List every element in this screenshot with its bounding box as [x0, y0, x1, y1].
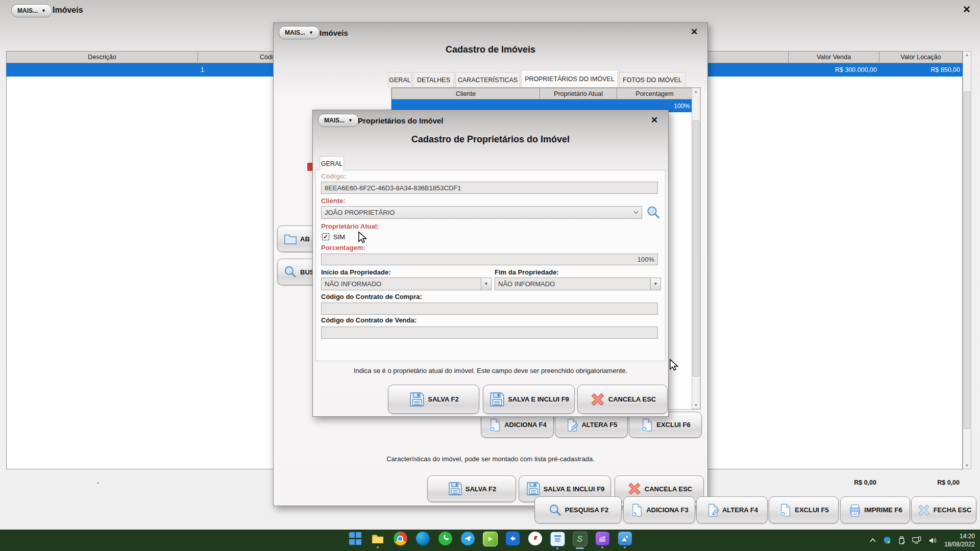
whatsapp-icon[interactable]: [438, 532, 452, 545]
salva-e-inclui-f9-button[interactable]: SALVA E INCLUI F9: [483, 385, 575, 414]
codigo-label: Código:: [321, 172, 346, 180]
scrollbar-thumb[interactable]: [964, 91, 970, 429]
document-pencil-icon: [706, 503, 720, 517]
porcentagem-field[interactable]: 100%: [321, 254, 658, 265]
dialog-title: Proprietários do Imóvel: [358, 116, 444, 125]
mais-menu-button[interactable]: MAIS... ▼: [279, 26, 320, 39]
media-app-icon[interactable]: [483, 532, 498, 546]
red-x-icon: [626, 481, 643, 497]
imprime-f6-button[interactable]: IMPRIME F6: [840, 496, 910, 523]
chrome-icon[interactable]: [394, 532, 407, 545]
exclui-f5-button[interactable]: EXCLUI F5: [769, 496, 839, 523]
col-header-descricao[interactable]: Descrição: [6, 51, 198, 63]
dropdown-button[interactable]: ▼: [481, 278, 491, 290]
chevron-down-icon: [633, 211, 639, 214]
security-app-icon[interactable]: [528, 532, 542, 545]
document-pencil-icon: [565, 418, 579, 432]
total-valor-locacao: R$ 0,00: [877, 479, 960, 486]
dropdown-button[interactable]: ▼: [650, 278, 660, 290]
contrato-compra-field[interactable]: [321, 303, 658, 315]
salva-f2-button[interactable]: SALVA F2: [388, 385, 479, 414]
check-icon: ✓: [323, 233, 328, 240]
pesquisa-f2-button[interactable]: PESQUISA F2: [534, 496, 622, 523]
video-app-icon[interactable]: [596, 532, 609, 545]
document-x-icon: [640, 418, 654, 432]
tab-proprietarios-do-imovel[interactable]: PROPRIETÁRIOS DO IMÓVEL: [521, 70, 618, 87]
file-explorer-icon[interactable]: [371, 532, 385, 545]
tab-fotos-do-imovel[interactable]: FOTOS DO IMÓVEL: [619, 72, 685, 87]
document-x-icon: [778, 503, 793, 517]
dialog-title: Imóveis: [320, 29, 348, 37]
start-icon[interactable]: [349, 532, 362, 545]
footer-dash: -: [97, 479, 99, 486]
contrato-venda-label: Código do Contrato de Venda:: [321, 316, 416, 324]
floppy-icon: [488, 391, 506, 408]
defender-shield-icon[interactable]: [883, 536, 891, 544]
taskbar-clock[interactable]: 14:20 18/08/2022: [944, 532, 975, 548]
floppy-icon: [408, 391, 426, 408]
close-dialog-button[interactable]: ✕: [691, 28, 698, 36]
scroll-down-icon[interactable]: ▼: [694, 403, 698, 408]
fim-propriedade-select[interactable]: NÃO INFORMADO ▼: [495, 278, 661, 290]
system-tray: 14:20 18/08/2022: [869, 530, 975, 551]
grid-header-cliente[interactable]: Cliente: [391, 88, 540, 99]
col-header-valor-venda[interactable]: Valor Venda: [789, 51, 879, 63]
telegram-icon[interactable]: [461, 532, 475, 545]
scroll-up-icon[interactable]: ▲: [694, 89, 698, 94]
scroll-down-icon[interactable]: ▼: [965, 463, 969, 468]
codigo-field[interactable]: 8EEA6E60-6F2C-46D3-8A34-836B1853CDF1: [321, 182, 658, 194]
contrato-compra-label: Código do Contrato de Compra:: [321, 293, 422, 300]
proprietario-atual-checkbox[interactable]: ✓: [322, 233, 329, 240]
table-scrollbar[interactable]: ▲ ▼: [963, 51, 971, 469]
inicio-propriedade-select[interactable]: NÃO INFORMADO ▼: [321, 278, 492, 290]
grid-header-proprietario-atual[interactable]: Proprietário Atual: [540, 88, 617, 99]
contrato-venda-field[interactable]: [321, 327, 658, 339]
search-icon: [548, 503, 563, 518]
usb-device-icon[interactable]: [898, 536, 905, 545]
folder-icon: [283, 231, 298, 246]
grid-header-porcentagem[interactable]: Porcentagem: [617, 88, 693, 99]
mais-label: MAIS...: [324, 117, 345, 124]
tab-caracteristicas[interactable]: CARACTERÍSTICAS: [455, 72, 520, 87]
chevron-down-icon: ▼: [484, 282, 488, 286]
printer-icon: [848, 503, 862, 517]
tab-geral[interactable]: GERAL: [320, 156, 344, 170]
clock-time: 14:20: [944, 532, 975, 540]
share-app-icon[interactable]: [506, 532, 520, 545]
blue-x-icon: [916, 503, 932, 518]
document-plus-icon: [488, 418, 502, 432]
col-header-valor-locacao[interactable]: Valor Locação: [879, 51, 963, 63]
proprietario-atual-label: Proprietário Atual:: [321, 222, 379, 230]
mais-menu-button[interactable]: MAIS... ▼: [318, 114, 359, 127]
edge-icon[interactable]: [416, 532, 430, 545]
cliente-combobox[interactable]: JOÃO PROPRIETÁRIO: [321, 206, 642, 219]
dialog-heading: Cadastro de Imóveis: [274, 44, 707, 55]
fecha-esc-button[interactable]: FECHA ESC: [911, 496, 976, 523]
erp-app-active-icon[interactable]: S: [573, 532, 587, 546]
panel-scrollbar[interactable]: ▲ ▼: [692, 88, 700, 409]
volume-icon[interactable]: [928, 537, 938, 544]
row-valor-venda: R$ 300.000,00: [789, 63, 879, 77]
red-x-icon: [589, 391, 606, 408]
cliente-search-icon[interactable]: [646, 205, 661, 220]
checkbox-label[interactable]: SIM: [333, 233, 345, 241]
cancela-esc-button[interactable]: CANCELA ESC: [577, 385, 668, 414]
notes-app-icon[interactable]: [550, 532, 565, 546]
cliente-label: Cliente:: [321, 197, 346, 205]
altera-f4-button[interactable]: ALTERA F4: [696, 496, 768, 523]
scrollbar-thumb[interactable]: [693, 120, 699, 377]
network-display-icon[interactable]: [912, 536, 922, 544]
floppy-icon: [447, 481, 463, 497]
tab-detalhes[interactable]: DETALHES: [413, 72, 454, 87]
hidden-icons-chevron[interactable]: [869, 537, 876, 543]
dialog-heading: Cadastro de Proprietários do Imóvel: [313, 134, 668, 145]
close-dialog-button[interactable]: ✕: [651, 116, 658, 124]
tab-geral[interactable]: GERAL: [388, 72, 412, 87]
photos-app-icon[interactable]: [618, 532, 632, 545]
adiciona-f3-button[interactable]: ADICIONA F3: [623, 496, 695, 523]
window-title: Imóveis: [53, 6, 83, 15]
scroll-up-icon[interactable]: ▲: [965, 53, 969, 57]
mais-menu-button[interactable]: MAIS... ▼: [11, 4, 52, 17]
window-action-bar: PESQUISA F2 ADICIONA F3 ALTERA F4 EXCLUI…: [0, 496, 980, 523]
close-window-button[interactable]: ✕: [963, 5, 971, 14]
